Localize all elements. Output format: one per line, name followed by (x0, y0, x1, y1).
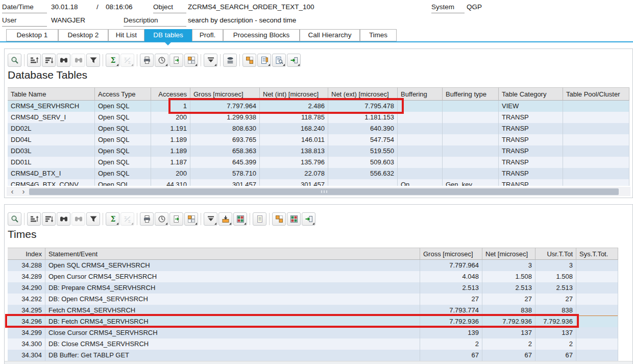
find-next-button[interactable] (71, 212, 85, 226)
table-row[interactable]: 34.295Fetch CRMS4_SERVHSRCH7.793.7748388… (8, 305, 618, 316)
table-row[interactable]: 34.299Close Cursor CRMS4_SERVHSRCH139137… (8, 327, 618, 338)
export-button[interactable] (169, 54, 183, 67)
tab-desktop-2[interactable]: Desktop 2 (58, 29, 108, 41)
column-header[interactable]: Gross [microsec] (190, 87, 260, 101)
column-header[interactable]: Net (int) [microsec] (260, 87, 328, 101)
table-row[interactable]: CRMS4D_SERV_IOpen SQL2001.299.938118.785… (8, 112, 629, 123)
tab-desktop-1[interactable]: Desktop 1 (6, 29, 58, 41)
table-row[interactable]: DD02LOpen SQL1.191808.630168.240640.390T… (8, 123, 629, 134)
collapse-expand-button[interactable] (204, 212, 217, 226)
cell (398, 134, 443, 145)
cell: 27 (482, 294, 535, 305)
sort-ascending-button[interactable] (27, 54, 41, 67)
sort-descending-button[interactable] (42, 212, 56, 226)
table-row[interactable]: 34.292DB: Open CRMS4_SERVHSRCH272727 (8, 294, 618, 305)
set-filter-button[interactable] (86, 54, 100, 67)
cell: 7.797.964 (420, 260, 482, 271)
find-button[interactable] (57, 212, 70, 226)
column-header[interactable]: Accesses (151, 87, 190, 101)
tab-profl[interactable]: Profl. (192, 29, 223, 41)
cell: TRANSP (499, 145, 563, 157)
cell: DB: Fetch CRMS4_SERVHSRCH (45, 316, 420, 327)
scroll-left-arrow[interactable]: ‹ (7, 187, 18, 196)
table-row[interactable]: DD03LOpen SQL1.189658.363138.813519.550T… (8, 145, 629, 157)
cell: 2 (535, 338, 576, 350)
choose-layout-button[interactable] (184, 212, 198, 226)
cell: 34.292 (8, 294, 45, 305)
table-row-selected[interactable]: 34.296DB: Fetch CRMS4_SERVHSRCH7.792.936… (8, 316, 618, 327)
print-button[interactable] (140, 54, 154, 67)
views-button[interactable] (155, 212, 168, 226)
cell: 2.513 (482, 282, 535, 294)
export-button[interactable] (169, 212, 183, 226)
sort-ascending-button[interactable] (27, 212, 41, 226)
cell (563, 145, 629, 157)
column-header[interactable]: Table Category (499, 87, 563, 101)
sort-descending-button[interactable] (42, 54, 56, 67)
toolbar-separator (137, 213, 137, 225)
print-button[interactable] (140, 212, 154, 226)
details-button[interactable] (8, 54, 21, 67)
display-details-button[interactable] (257, 54, 271, 67)
total-button[interactable] (106, 212, 119, 226)
graphic-settings-button[interactable] (233, 212, 247, 226)
column-header[interactable]: Gross [microsec] (420, 248, 482, 260)
column-header[interactable]: Table Pool/Cluster (563, 87, 629, 101)
column-header[interactable]: Statement/Event (45, 248, 420, 260)
column-header[interactable]: Buffering (398, 87, 443, 101)
find-next-button[interactable] (71, 54, 85, 67)
column-header[interactable]: Table Name (8, 87, 95, 101)
data-import-button[interactable] (302, 212, 315, 226)
tab-hit-list[interactable]: Hit List (108, 29, 144, 41)
column-header[interactable]: Sys.T.Tot. (576, 248, 618, 260)
column-header[interactable]: Buffering type (443, 87, 499, 101)
select-layout-button[interactable] (272, 54, 286, 67)
table-row[interactable]: 34.288Open SQL CRMS4_SERVHSRCH7.797.9643… (8, 260, 618, 271)
table-row[interactable]: 34.290DB: Prepare CRMS4_SERVHSRCH2.5132.… (8, 282, 618, 294)
cell (398, 157, 443, 168)
change-layout-button[interactable] (272, 212, 286, 226)
cell: 200 (151, 112, 190, 123)
column-header[interactable]: Access Type (95, 87, 151, 101)
tab-processing-blocks[interactable]: Processing Blocks (223, 29, 300, 41)
scrollbar-grip (321, 190, 328, 193)
subtotals-button[interactable] (120, 54, 134, 67)
split-analysis-button[interactable] (287, 212, 301, 226)
change-layout-button[interactable] (242, 54, 256, 67)
scroll-right-arrow[interactable]: › (18, 187, 29, 196)
set-filter-button[interactable] (86, 212, 100, 226)
tab-times[interactable]: Times (360, 29, 397, 41)
find-button[interactable] (57, 54, 70, 67)
choose-layout-button[interactable] (184, 54, 198, 67)
cell: 34.296 (8, 316, 45, 327)
cell: 22.078 (260, 168, 328, 179)
column-header[interactable]: Net [microsec] (482, 248, 535, 260)
column-header[interactable]: Net (ext) [microsec] (328, 87, 398, 101)
table-row[interactable]: CRMS4D_BTX_IOpen SQL200578.71022.078556.… (8, 168, 629, 179)
graphic-button[interactable] (223, 54, 237, 67)
tab-call-hierarchy[interactable]: Call Hierarchy (300, 29, 360, 41)
column-header[interactable]: Index (8, 248, 45, 260)
cell: DB Buffer: Get TABLP GET (45, 350, 420, 361)
table-row[interactable]: DD04LOpen SQL1.189693.765146.011547.754T… (8, 134, 629, 145)
table-row[interactable]: CRMS4G_BTX_CONVOpen SQL44.310301.457301.… (8, 179, 629, 186)
column-header[interactable]: Usr.T.Tot (535, 248, 576, 260)
table-row[interactable]: DD01LOpen SQL1.187645.399135.796509.603T… (8, 157, 629, 168)
cell: 34.288 (8, 260, 45, 271)
table-row[interactable]: 34.289Open Cursor CRMS4_SERVHSRCH4.0481.… (8, 271, 618, 282)
views-button[interactable] (155, 54, 168, 67)
save-to-file-button[interactable] (218, 212, 232, 226)
collapse-expand-button[interactable] (204, 54, 217, 67)
cell: 34.300 (8, 338, 45, 350)
details-button[interactable] (8, 212, 21, 226)
data-import-button[interactable] (287, 54, 301, 67)
subtotals-button[interactable] (120, 212, 134, 226)
table-row[interactable]: 34.304DB Buffer: Get TABLP GET676767 (8, 350, 618, 361)
total-button[interactable] (106, 54, 119, 67)
cell: 34.295 (8, 305, 45, 316)
notes-button[interactable] (253, 212, 266, 226)
tab-db-tables[interactable]: DB tables (144, 29, 192, 41)
table-row[interactable]: 34.300DB: Close CRMS4_SERVHSRCH222 (8, 338, 618, 350)
table-row[interactable]: CRMS4_SERVHSRCHOpen SQL17.797.9642.4867.… (8, 101, 629, 112)
scrollbar-thumb[interactable] (29, 188, 619, 195)
